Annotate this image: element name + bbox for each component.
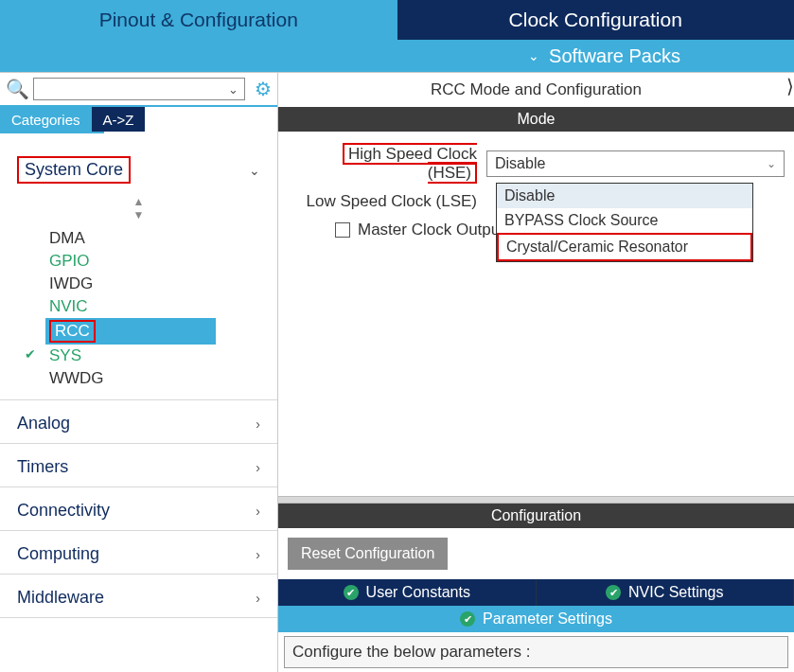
tree-item-nvic[interactable]: NVIC [45, 295, 260, 318]
tree-item-dma[interactable]: DMA [45, 227, 260, 250]
chevron-right-icon: › [256, 547, 260, 562]
group-middleware[interactable]: Middleware › [17, 582, 260, 613]
group-analog[interactable]: Analog › [17, 408, 260, 439]
chevron-right-icon: › [256, 504, 260, 519]
tab-a-to-z[interactable]: A->Z [92, 107, 146, 132]
software-packs-label: Software Packs [549, 45, 680, 67]
group-connectivity[interactable]: Connectivity › [17, 495, 260, 526]
search-input[interactable]: ⌄ [33, 78, 245, 100]
sort-icon[interactable]: ▲▼ [17, 195, 260, 227]
tree-item-iwdg[interactable]: IWDG [45, 273, 260, 295]
check-circle-icon: ✔ [344, 585, 359, 600]
tree-item-gpio[interactable]: GPIO [45, 250, 260, 273]
tab-user-constants[interactable]: ✔ User Constants [278, 579, 537, 606]
chevron-right-icon: › [256, 591, 260, 606]
tab-clock-configuration[interactable]: Clock Configuration [397, 0, 795, 40]
chevron-down-icon: ⌄ [767, 157, 776, 170]
hse-label: High Speed Clock (HSE) [297, 145, 486, 183]
lse-label: Low Speed Clock (LSE) [297, 192, 486, 211]
tab-underline [0, 132, 104, 133]
left-panel: 🔍 ⌄ ⚙ Categories A->Z System Core ⌄ ▲▼ D… [0, 73, 278, 672]
tab-categories[interactable]: Categories [0, 107, 92, 132]
hse-option-bypass[interactable]: BYPASS Clock Source [497, 208, 752, 233]
configuration-header: Configuration [278, 504, 794, 528]
software-packs-bar[interactable]: ⌄ Software Packs [0, 40, 794, 72]
tab-pinout-configuration[interactable]: Pinout & Configuration [0, 0, 397, 40]
panel-separator[interactable] [278, 496, 794, 504]
tree-item-rcc-label: RCC [49, 320, 96, 343]
group-system-core-label: System Core [17, 156, 131, 184]
check-icon: ✔ [25, 346, 36, 362]
gear-icon[interactable]: ⚙ [255, 78, 272, 100]
mco-label: Master Clock Output [358, 221, 504, 239]
tab-parameter-settings[interactable]: ✔ Parameter Settings [278, 606, 794, 632]
parameter-hint: Configure the below parameters : [284, 636, 788, 668]
collapse-icon[interactable]: ⟩ [786, 75, 794, 97]
tab-nvic-settings[interactable]: ✔ NVIC Settings [537, 579, 795, 606]
search-icon[interactable]: 🔍 [6, 78, 29, 100]
group-computing[interactable]: Computing › [17, 539, 260, 570]
hse-option-crystal[interactable]: Crystal/Ceramic Resonator [497, 233, 752, 261]
hse-dropdown-list: Disable BYPASS Clock Source Crystal/Cera… [496, 183, 753, 262]
hse-option-disable[interactable]: Disable [497, 184, 752, 208]
tree-item-sys[interactable]: ✔ SYS [45, 345, 260, 367]
group-timers[interactable]: Timers › [17, 451, 260, 483]
check-circle-icon: ✔ [460, 611, 475, 627]
check-circle-icon: ✔ [606, 585, 621, 600]
chevron-down-icon: ⌄ [528, 48, 539, 63]
chevron-right-icon: › [256, 416, 260, 432]
mco-checkbox[interactable] [335, 222, 350, 238]
chevron-down-icon[interactable]: ⌄ [228, 82, 238, 97]
group-system-core[interactable]: System Core ⌄ [17, 150, 260, 189]
rcc-title: RCC Mode and Configuration [278, 73, 794, 107]
reset-configuration-button[interactable]: Reset Configuration [288, 538, 448, 570]
tree-item-rcc[interactable]: RCC [45, 318, 216, 345]
tree-item-wwdg[interactable]: WWDG [45, 367, 260, 390]
chevron-down-icon: ⌄ [249, 163, 260, 178]
hse-select[interactable]: Disable ⌄ [486, 150, 785, 177]
right-panel: ⟩ RCC Mode and Configuration Mode High S… [278, 73, 794, 672]
chevron-right-icon: › [256, 460, 260, 475]
mode-header: Mode [278, 107, 794, 132]
